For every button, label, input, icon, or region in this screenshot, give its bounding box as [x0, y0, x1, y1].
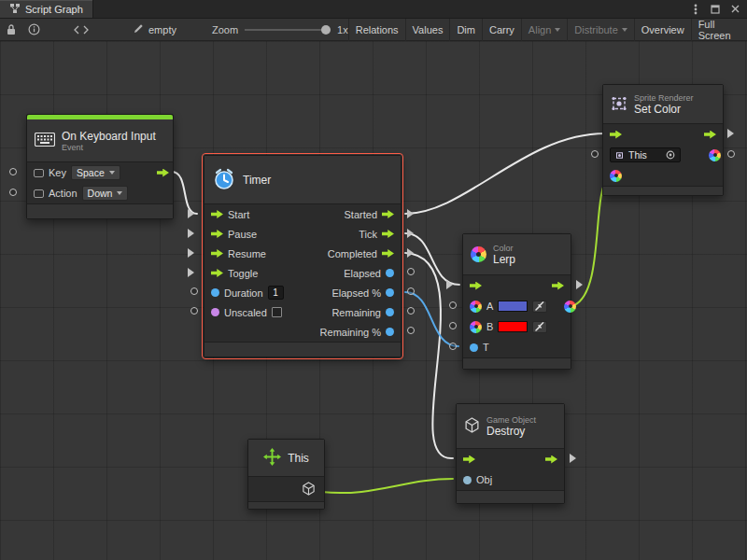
info-button[interactable]: [22, 19, 46, 41]
action-dropdown-value: Down: [88, 188, 113, 199]
object-input-port[interactable]: [463, 476, 472, 484]
color-output-port[interactable]: [564, 301, 576, 313]
zoom-value: 1x: [337, 24, 348, 35]
external-output-port[interactable]: [407, 307, 415, 315]
node-timer[interactable]: Timer Start Started Pause Tick Resume Co…: [204, 155, 402, 357]
node-title: Lerp: [493, 253, 515, 266]
node-title: This: [288, 452, 309, 465]
flow-input-port[interactable]: [211, 210, 223, 218]
flow-input-port[interactable]: [211, 269, 223, 277]
external-flow-port[interactable]: [188, 209, 194, 218]
wire-elapsed-to-t: [405, 292, 458, 346]
color-input-port[interactable]: [470, 301, 482, 313]
object-picker-icon: [666, 150, 675, 160]
lock-button[interactable]: [0, 19, 22, 41]
node-on-keyboard-input[interactable]: On Keyboard Input Event Key Space Action…: [26, 114, 174, 219]
value-input-port[interactable]: [470, 343, 478, 352]
external-input-port[interactable]: [449, 322, 457, 329]
external-output-port[interactable]: [407, 268, 415, 275]
external-flow-port[interactable]: [407, 248, 414, 258]
flow-output-port[interactable]: [382, 230, 394, 238]
node-this[interactable]: This: [247, 439, 325, 510]
target-object-field[interactable]: This: [610, 147, 681, 162]
values-button[interactable]: Values: [405, 19, 450, 41]
maximize-button[interactable]: [710, 4, 721, 15]
flow-output-port[interactable]: [382, 249, 394, 258]
color-output-port[interactable]: [709, 149, 721, 161]
external-flow-port[interactable]: [188, 229, 194, 238]
timer-icon: [212, 167, 236, 193]
color-input-port[interactable]: [610, 170, 622, 182]
external-input-port[interactable]: [190, 287, 198, 295]
external-input-port[interactable]: [9, 189, 17, 196]
node-footer: [204, 342, 401, 357]
node-color-lerp[interactable]: Color Lerp A B: [462, 233, 571, 370]
flow-output-port[interactable]: [552, 282, 564, 290]
external-input-port[interactable]: [449, 301, 457, 309]
flow-input-port[interactable]: [610, 131, 622, 139]
value-output-port[interactable]: [386, 288, 394, 297]
carry-button[interactable]: Carry: [482, 19, 521, 41]
external-input-port[interactable]: [9, 168, 17, 175]
external-flow-port[interactable]: [407, 229, 414, 238]
window-menu-button[interactable]: [690, 4, 701, 15]
close-button[interactable]: [729, 4, 740, 15]
flow-input-port[interactable]: [470, 282, 482, 290]
flow-input-port[interactable]: [211, 230, 223, 238]
node-destroy[interactable]: Game Object Destroy Obj: [456, 403, 565, 504]
zoom-slider[interactable]: [245, 25, 331, 35]
value-output-port[interactable]: [386, 308, 394, 316]
external-output-port[interactable]: [727, 150, 735, 158]
external-flow-port[interactable]: [576, 280, 583, 289]
duration-input[interactable]: 1: [268, 286, 284, 300]
action-dropdown[interactable]: Down: [82, 186, 129, 201]
external-flow-port[interactable]: [188, 268, 194, 277]
graph-canvas[interactable]: On Keyboard Input Event Key Space Action…: [0, 41, 747, 560]
full-screen-button[interactable]: Full Screen: [691, 19, 747, 41]
gameobject-output-port[interactable]: [302, 482, 316, 497]
color-b-swatch[interactable]: [498, 321, 528, 332]
keycap-icon: [34, 169, 44, 177]
dim-button[interactable]: Dim: [449, 19, 482, 41]
unscaled-checkbox[interactable]: [272, 307, 282, 317]
external-flow-port[interactable]: [188, 248, 194, 258]
distribute-button[interactable]: Distribute: [567, 19, 633, 41]
eyedropper-button[interactable]: [532, 301, 547, 313]
eyedropper-button[interactable]: [532, 321, 547, 333]
flow-input-port[interactable]: [211, 249, 223, 258]
flow-output-port[interactable]: [704, 131, 716, 139]
external-flow-port[interactable]: [570, 454, 576, 463]
zoom-slider-handle[interactable]: [321, 25, 331, 35]
external-input-port[interactable]: [449, 343, 457, 350]
external-flow-port[interactable]: [407, 209, 414, 218]
node-category: Color: [493, 244, 515, 253]
key-dropdown[interactable]: Space: [71, 165, 120, 180]
align-button[interactable]: Align: [521, 19, 567, 41]
external-flow-port[interactable]: [446, 280, 453, 289]
color-input-port[interactable]: [470, 321, 482, 333]
node-set-color[interactable]: Sprite Renderer Set Color This: [602, 84, 724, 196]
zoom-slider-track[interactable]: [245, 29, 331, 31]
value-output-port[interactable]: [386, 328, 394, 336]
port-label: Obj: [476, 474, 492, 485]
graph-name: empty: [148, 24, 176, 35]
external-input-port[interactable]: [190, 307, 198, 315]
value-input-port[interactable]: [211, 288, 219, 297]
external-output-port[interactable]: [407, 287, 415, 295]
external-input-port[interactable]: [591, 150, 599, 158]
edit-graph-icon[interactable]: [134, 23, 144, 35]
flow-output-port[interactable]: [157, 169, 169, 177]
external-flow-port[interactable]: [727, 129, 734, 138]
flow-output-port[interactable]: [545, 455, 557, 464]
flow-input-port[interactable]: [463, 455, 475, 464]
relations-button[interactable]: Relations: [348, 19, 405, 41]
tab-script-graph[interactable]: Script Graph: [0, 0, 93, 18]
collapse-panels-button[interactable]: [68, 19, 94, 41]
value-output-port[interactable]: [386, 269, 394, 277]
node-footer: [463, 357, 571, 369]
color-a-swatch[interactable]: [498, 301, 528, 312]
flow-output-port[interactable]: [382, 210, 394, 218]
bool-input-port[interactable]: [211, 308, 219, 316]
external-output-port[interactable]: [407, 327, 415, 334]
overview-button[interactable]: Overview: [634, 19, 691, 41]
